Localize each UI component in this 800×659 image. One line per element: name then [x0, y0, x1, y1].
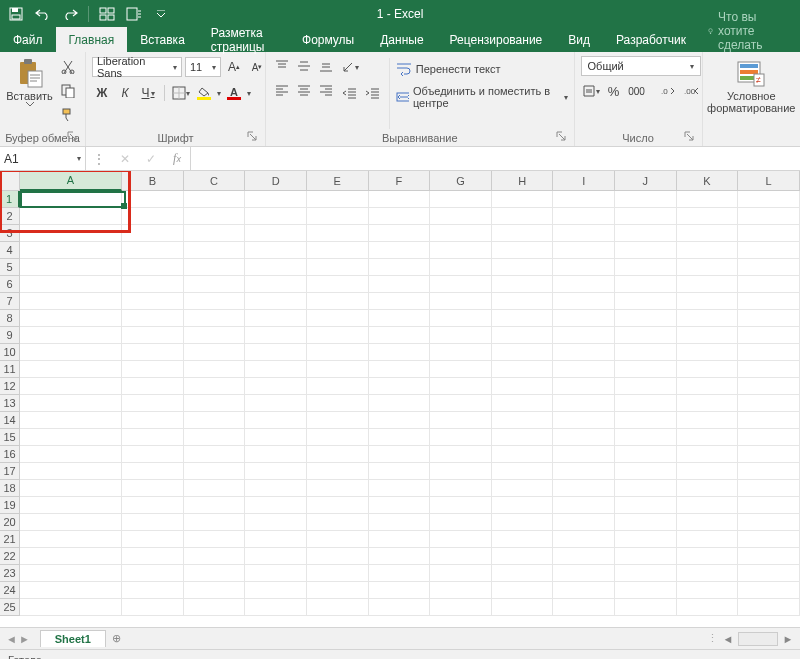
column-header-L[interactable]: L	[738, 171, 800, 191]
row-header-9[interactable]: 9	[0, 327, 20, 344]
cell[interactable]	[307, 412, 369, 429]
orientation-button[interactable]: ▾	[340, 57, 360, 77]
cell[interactable]	[677, 395, 739, 412]
align-top-button[interactable]	[272, 56, 292, 76]
cell[interactable]	[738, 497, 800, 514]
cell[interactable]	[430, 599, 492, 616]
font-color-button[interactable]: A	[224, 83, 244, 103]
cell[interactable]	[184, 191, 246, 208]
cell[interactable]	[369, 242, 431, 259]
cell[interactable]	[122, 327, 184, 344]
cell[interactable]	[369, 327, 431, 344]
row-header-25[interactable]: 25	[0, 599, 20, 616]
cell[interactable]	[677, 327, 739, 344]
cell[interactable]	[20, 310, 122, 327]
cell[interactable]	[615, 531, 677, 548]
cell[interactable]	[430, 412, 492, 429]
merge-center-button[interactable]: Объединить и поместить в центре▾	[396, 86, 568, 108]
cell[interactable]	[245, 463, 307, 480]
number-launcher-icon[interactable]	[684, 131, 698, 145]
cell[interactable]	[492, 446, 554, 463]
column-header-A[interactable]: A	[20, 171, 122, 191]
column-header-D[interactable]: D	[245, 171, 307, 191]
decrease-decimal-button[interactable]: .00	[682, 81, 702, 101]
hscroll-left-icon[interactable]: ◄	[720, 631, 736, 647]
cell[interactable]	[369, 497, 431, 514]
cell[interactable]	[553, 259, 615, 276]
cell[interactable]	[553, 293, 615, 310]
percent-button[interactable]: %	[604, 81, 624, 101]
cell[interactable]	[677, 463, 739, 480]
cell[interactable]	[615, 463, 677, 480]
sheet-nav-next-icon[interactable]: ►	[19, 633, 30, 645]
cell[interactable]	[307, 548, 369, 565]
cell[interactable]	[492, 395, 554, 412]
cell[interactable]	[245, 582, 307, 599]
cell[interactable]	[738, 446, 800, 463]
cell[interactable]	[245, 531, 307, 548]
cell[interactable]	[615, 191, 677, 208]
row-header-12[interactable]: 12	[0, 378, 20, 395]
cell[interactable]	[245, 327, 307, 344]
cell[interactable]	[492, 599, 554, 616]
cell[interactable]	[20, 599, 122, 616]
cell[interactable]	[369, 599, 431, 616]
cell[interactable]	[184, 276, 246, 293]
name-box[interactable]: A1▾	[0, 147, 86, 170]
cell[interactable]	[20, 344, 122, 361]
cell[interactable]	[492, 582, 554, 599]
clipboard-launcher-icon[interactable]	[67, 131, 81, 145]
cell[interactable]	[369, 514, 431, 531]
cell[interactable]	[369, 446, 431, 463]
cell[interactable]	[369, 225, 431, 242]
row-header-17[interactable]: 17	[0, 463, 20, 480]
cell[interactable]	[122, 361, 184, 378]
cell[interactable]	[430, 242, 492, 259]
cell[interactable]	[245, 293, 307, 310]
cell[interactable]	[369, 480, 431, 497]
cell[interactable]	[615, 480, 677, 497]
sheet-nav-prev-icon[interactable]: ◄	[6, 633, 17, 645]
cell[interactable]	[677, 310, 739, 327]
cell[interactable]	[184, 208, 246, 225]
cell[interactable]	[122, 429, 184, 446]
font-size-select[interactable]: 11▾	[185, 57, 221, 77]
increase-decimal-button[interactable]: .0	[659, 81, 679, 101]
cell[interactable]	[492, 310, 554, 327]
cell[interactable]	[430, 582, 492, 599]
cell[interactable]	[738, 259, 800, 276]
cell[interactable]	[20, 208, 122, 225]
cell[interactable]	[245, 514, 307, 531]
cell[interactable]	[184, 395, 246, 412]
cell[interactable]	[307, 446, 369, 463]
cell[interactable]	[184, 242, 246, 259]
row-header-15[interactable]: 15	[0, 429, 20, 446]
row-header-8[interactable]: 8	[0, 310, 20, 327]
cell[interactable]	[738, 514, 800, 531]
cell[interactable]	[615, 497, 677, 514]
align-bottom-button[interactable]	[316, 56, 336, 76]
cell[interactable]	[307, 191, 369, 208]
italic-button[interactable]: К	[115, 83, 135, 103]
cell[interactable]	[307, 514, 369, 531]
cell[interactable]	[122, 208, 184, 225]
undo-icon[interactable]	[31, 2, 55, 26]
cell[interactable]	[307, 599, 369, 616]
cell[interactable]	[677, 242, 739, 259]
cell[interactable]	[184, 225, 246, 242]
cell[interactable]	[615, 548, 677, 565]
cell[interactable]	[615, 412, 677, 429]
cell[interactable]	[738, 276, 800, 293]
row-header-21[interactable]: 21	[0, 531, 20, 548]
cell[interactable]	[492, 412, 554, 429]
cell[interactable]	[677, 565, 739, 582]
cell[interactable]	[184, 429, 246, 446]
tab-developer[interactable]: Разработчик	[603, 27, 699, 52]
cell[interactable]	[738, 582, 800, 599]
column-header-C[interactable]: C	[184, 171, 246, 191]
cell[interactable]	[430, 480, 492, 497]
cell[interactable]	[492, 565, 554, 582]
row-header-1[interactable]: 1	[0, 191, 20, 208]
add-sheet-button[interactable]: ⊕	[106, 632, 128, 645]
cell[interactable]	[20, 293, 122, 310]
